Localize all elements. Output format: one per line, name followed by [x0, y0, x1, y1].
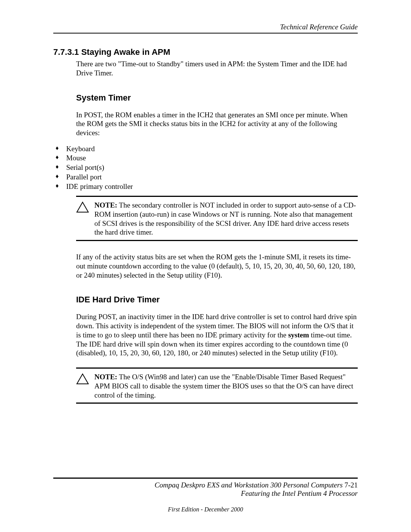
ide-timer-heading: IDE Hard Drive Timer: [76, 295, 358, 305]
system-timer-para1: In POST, the ROM enables a timer in the …: [76, 110, 358, 137]
list-item: Parallel port: [53, 173, 358, 182]
warning-icon: [76, 373, 89, 386]
note-box: NOTE: The O/S (Win98 and later) can use …: [76, 367, 358, 404]
note-label: NOTE:: [94, 373, 117, 381]
device-list: Keyboard Mouse Serial port(s) Parallel p…: [53, 144, 358, 191]
section-number: 7.7.3.1: [53, 47, 79, 57]
ide-timer-para: During POST, an inactivity timer in the …: [76, 312, 358, 358]
system-timer-heading: System Timer: [76, 93, 358, 103]
list-item: Serial port(s): [53, 163, 358, 173]
footer-line2: Featuring the Intel Pentium 4 Processor: [53, 489, 358, 498]
page-footer: Compaq Deskpro EXS and Workstation 300 P…: [53, 478, 358, 513]
footer-edition: First Edition - December 2000: [53, 506, 358, 513]
warning-icon: [76, 201, 89, 214]
svg-marker-0: [77, 202, 88, 212]
note-text: NOTE: The O/S (Win98 and later) can use …: [94, 372, 358, 399]
section-title: Staying Awake in APM: [81, 47, 170, 57]
section-intro: There are two "Time-out to Standby" time…: [76, 59, 358, 78]
page: Technical Reference Guide 7.7.3.1 Stayin…: [0, 0, 411, 532]
note-box: NOTE: The secondary controller is NOT in…: [76, 196, 358, 241]
note-text: NOTE: The secondary controller is NOT in…: [94, 201, 358, 237]
section-heading: 7.7.3.1 Staying Awake in APM: [53, 47, 358, 57]
list-item: IDE primary controller: [53, 182, 358, 192]
page-header: Technical Reference Guide: [53, 23, 358, 34]
list-item: Mouse: [53, 153, 358, 163]
svg-marker-1: [77, 374, 88, 384]
list-item: Keyboard: [53, 144, 358, 154]
ide-para-bold: system: [288, 331, 309, 339]
note-body: The O/S (Win98 and later) can use the "E…: [94, 373, 353, 399]
header-doc-title: Technical Reference Guide: [53, 23, 358, 31]
footer-product: Compaq Deskpro EXS and Workstation 300 P…: [155, 481, 342, 489]
note-label: NOTE:: [94, 201, 117, 209]
footer-page-number: 7-21: [342, 481, 358, 489]
footer-line1: Compaq Deskpro EXS and Workstation 300 P…: [53, 481, 358, 489]
note-body: The secondary controller is NOT included…: [94, 201, 356, 236]
footer-rule: [53, 478, 358, 479]
system-timer-para2: If any of the activity status bits are s…: [76, 252, 358, 280]
